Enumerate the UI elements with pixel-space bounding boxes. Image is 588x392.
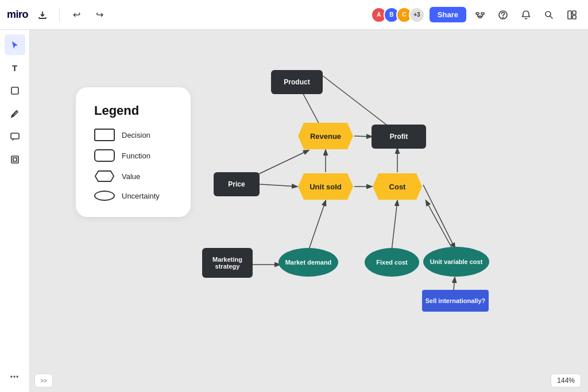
node-market-demand[interactable]: Market demand (278, 248, 338, 277)
uncertainty-label: Uncertainty (122, 192, 160, 200)
svg-rect-12 (572, 11, 576, 14)
node-price[interactable]: Price (214, 172, 260, 196)
node-product[interactable]: Product (271, 70, 323, 94)
export-button[interactable] (34, 6, 51, 24)
cursor-tool[interactable] (5, 34, 25, 55)
pen-tool[interactable] (5, 103, 25, 124)
svg-line-22 (354, 136, 372, 137)
svg-point-8 (503, 17, 504, 18)
legend-card: Legend Decision Function Value Unc (76, 87, 191, 217)
topbar-right: A B C +3 Share (371, 6, 581, 24)
value-label: Value (122, 172, 140, 181)
svg-rect-11 (568, 11, 571, 19)
collapse-panel-button[interactable]: >> (34, 374, 53, 387)
svg-line-28 (423, 185, 455, 248)
topbar: miro ↩ ↪ A B C +3 Share (0, 0, 588, 30)
comment-tool[interactable] (5, 126, 25, 147)
help-button[interactable] (494, 6, 512, 24)
search-button[interactable] (540, 6, 558, 24)
canvas[interactable]: Legend Decision Function Value Unc (30, 30, 588, 392)
sidebar: T ••• (0, 30, 30, 392)
svg-rect-0 (476, 13, 479, 14)
svg-line-10 (550, 16, 552, 18)
diagram-tool-button[interactable] (471, 6, 489, 24)
svg-line-23 (260, 184, 297, 187)
node-revenue[interactable]: Revenue (297, 122, 354, 150)
zoom-indicator: 144% (551, 374, 581, 387)
node-marketing-strategy[interactable]: Marketing strategy (202, 248, 253, 278)
svg-line-31 (308, 201, 326, 251)
decision-shape (94, 129, 115, 141)
node-unit-sold[interactable]: Unit sold (297, 172, 354, 201)
legend-function: Function (94, 149, 172, 162)
uncertainty-shape (94, 191, 115, 201)
notifications-button[interactable] (517, 6, 535, 24)
separator (59, 8, 60, 22)
node-unit-variable-cost[interactable]: Unit variable cost (423, 247, 489, 277)
app-logo: miro (7, 9, 28, 21)
svg-rect-14 (11, 87, 18, 94)
diagram: Product Revenue Profit Price Unit sold (196, 64, 587, 374)
avatar-count: +3 (409, 7, 425, 23)
node-profit[interactable]: Profit (372, 125, 426, 149)
function-shape (94, 149, 115, 162)
more-tools-button[interactable]: ••• (5, 367, 25, 387)
legend-uncertainty: Uncertainty (94, 191, 172, 201)
share-button[interactable]: Share (430, 7, 466, 22)
value-shape (94, 170, 115, 183)
function-label: Function (122, 152, 150, 160)
svg-rect-17 (11, 156, 18, 163)
text-tool[interactable]: T (5, 57, 25, 78)
svg-line-32 (392, 201, 397, 251)
legend-items: Decision Function Value Uncertainty (94, 129, 172, 201)
node-cost[interactable]: Cost (372, 172, 423, 201)
frame-tool[interactable] (5, 149, 25, 170)
svg-rect-16 (11, 133, 19, 139)
svg-line-29 (426, 201, 452, 248)
redo-button[interactable]: ↪ (91, 6, 108, 24)
sticky-note-tool[interactable] (5, 80, 25, 101)
svg-rect-18 (13, 158, 17, 161)
legend-title: Legend (94, 103, 172, 118)
svg-rect-13 (572, 15, 576, 19)
apps-button[interactable] (563, 6, 581, 24)
svg-rect-1 (481, 13, 484, 14)
svg-marker-19 (95, 171, 114, 181)
svg-line-33 (454, 278, 455, 290)
node-fixed-cost[interactable]: Fixed cost (365, 248, 419, 277)
diagram-arrows (196, 64, 587, 374)
node-sell-internationally[interactable]: Sell internationally? (422, 290, 489, 312)
decision-label: Decision (122, 131, 150, 139)
legend-value: Value (94, 170, 172, 183)
avatar-group: A B C +3 (371, 7, 425, 23)
undo-button[interactable]: ↩ (68, 6, 85, 24)
legend-decision: Decision (94, 129, 172, 141)
